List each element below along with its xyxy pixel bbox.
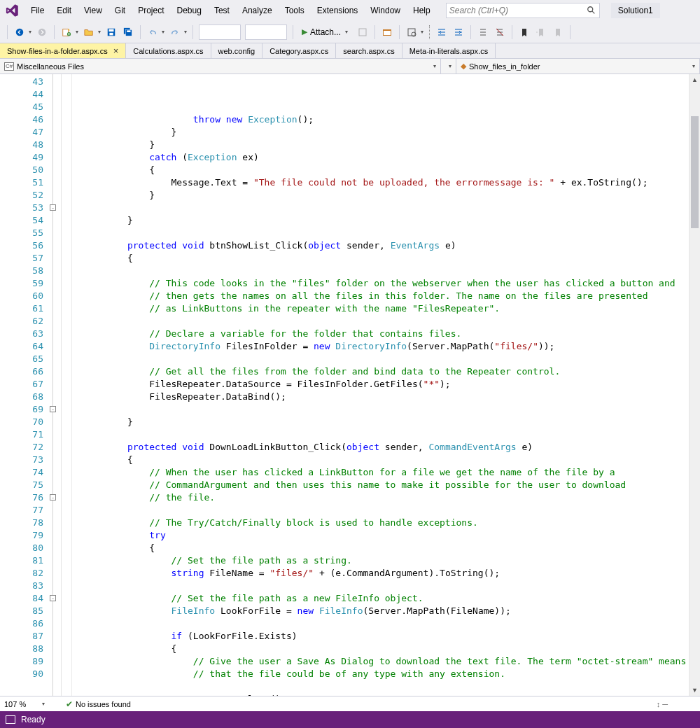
code-line[interactable]: // The Try/Catch/Finally block is used t… xyxy=(62,517,689,529)
browser-link-button[interactable] xyxy=(379,24,395,40)
code-line[interactable]: } xyxy=(62,189,689,202)
menu-file[interactable]: File xyxy=(25,3,50,18)
search-icon[interactable] xyxy=(587,6,596,15)
menu-project[interactable]: Project xyxy=(132,3,169,18)
code-line[interactable]: // then gets the names on all the files … xyxy=(62,290,689,302)
tab[interactable]: Category.aspx.cs xyxy=(262,43,336,58)
scroll-down-icon[interactable]: ▼ xyxy=(690,685,700,696)
code-line[interactable]: { xyxy=(62,542,689,554)
code-line[interactable]: throw new Exception(); xyxy=(62,113,689,126)
next-bookmark-button[interactable] xyxy=(550,24,566,40)
code-line[interactable]: Message.Text = "The file could not be up… xyxy=(62,176,689,189)
prev-bookmark-button[interactable] xyxy=(533,24,549,40)
attach-button[interactable]: ▶ Attach... ▾ xyxy=(298,24,354,40)
code-line[interactable]: protected void DownLoadLinkButton_Click(… xyxy=(62,441,689,454)
zoom-level[interactable]: 107 % xyxy=(4,700,34,708)
platform-combo[interactable] xyxy=(245,24,287,40)
code-line[interactable]: string FileName = "files/" + (e.CommandA… xyxy=(62,567,689,580)
nav-member-dropdown[interactable]: ◆ Show_files_in_folder ▾ xyxy=(456,59,700,74)
tab[interactable]: search.aspx.cs xyxy=(336,43,402,58)
code-line[interactable]: // Set the file path as a string. xyxy=(62,554,689,567)
code-line[interactable]: // Set the file path as a new FileInfo o… xyxy=(62,592,689,605)
close-icon[interactable]: × xyxy=(113,46,119,56)
code-line[interactable]: catch (Exception ex) xyxy=(62,151,689,164)
search-input[interactable] xyxy=(449,6,587,15)
code-line[interactable]: { xyxy=(62,252,689,265)
menu-view[interactable]: View xyxy=(78,3,108,18)
vertical-scrollbar[interactable]: ▲ ▼ xyxy=(689,74,700,696)
fold-toggle[interactable]: - xyxy=(50,204,56,211)
code-line[interactable]: } xyxy=(62,416,689,428)
code-line[interactable]: FileInfo LookForFile = new FileInfo(Serv… xyxy=(62,605,689,617)
menu-git[interactable]: Git xyxy=(109,3,131,18)
code-line[interactable]: } xyxy=(62,139,689,151)
indent-more-button[interactable] xyxy=(451,24,466,40)
code-line[interactable] xyxy=(62,265,689,277)
code-line[interactable]: { xyxy=(62,164,689,176)
outline-margin[interactable]: ---- xyxy=(48,74,62,696)
code-line[interactable]: // Get all the files from the folder and… xyxy=(62,365,689,378)
code-line[interactable] xyxy=(62,403,689,416)
code-line[interactable]: try xyxy=(62,529,689,542)
code-line[interactable]: // as LinkButtons in the repeater with t… xyxy=(62,302,689,315)
tab[interactable]: Calculations.aspx.cs xyxy=(126,43,211,58)
save-button[interactable] xyxy=(104,24,119,40)
fold-toggle[interactable]: - xyxy=(50,406,56,412)
menu-edit[interactable]: Edit xyxy=(51,3,77,18)
menu-window[interactable]: Window xyxy=(365,3,406,18)
code-line[interactable]: // This code looks in the "files" folder… xyxy=(62,277,689,290)
config-combo[interactable] xyxy=(199,24,241,40)
fold-toggle[interactable]: - xyxy=(50,494,56,500)
code-line[interactable]: // Give the user a Save As Dialog to dow… xyxy=(62,655,689,668)
code-line[interactable]: { xyxy=(62,643,689,655)
code-line[interactable]: // the file. xyxy=(62,491,689,504)
undo-button[interactable]: ▾ xyxy=(145,24,166,40)
code-editor[interactable]: 4344454647484950515253545556575859606162… xyxy=(0,74,700,696)
solution-selector[interactable]: Solution1 xyxy=(611,3,660,18)
redo-button[interactable]: ▾ xyxy=(167,24,188,40)
code-line[interactable]: Response.Clear(); xyxy=(62,693,689,696)
comment-button[interactable] xyxy=(475,24,491,40)
menu-analyze[interactable]: Analyze xyxy=(237,3,278,18)
scroll-mode-icon[interactable]: ↕ ─ xyxy=(657,700,668,708)
forward-button[interactable] xyxy=(34,24,50,40)
zoom-caret-icon[interactable]: ▾ xyxy=(41,696,46,712)
code-line[interactable]: // When the user has clicked a LinkButto… xyxy=(62,466,689,479)
back-button[interactable]: ▾ xyxy=(12,24,33,40)
code-line[interactable]: FilesRepeater.DataSource = FilesInFolder… xyxy=(62,378,689,391)
fold-toggle[interactable]: - xyxy=(50,595,56,601)
issues-indicator[interactable]: ✔ No issues found xyxy=(66,699,131,709)
menu-test[interactable]: Test xyxy=(209,3,235,18)
save-all-button[interactable] xyxy=(120,24,136,40)
menu-tools[interactable]: Tools xyxy=(279,3,310,18)
code-line[interactable]: if (LookForFile.Exists) xyxy=(62,630,689,643)
new-item-button[interactable]: ▾ xyxy=(59,24,80,40)
code-line[interactable] xyxy=(62,353,689,365)
bookmark-button[interactable] xyxy=(517,24,532,40)
menu-debug[interactable]: Debug xyxy=(172,3,207,18)
code-line[interactable] xyxy=(62,580,689,592)
code-line[interactable]: protected void btnShowList_Click(object … xyxy=(62,239,689,252)
code-line[interactable]: } xyxy=(62,214,689,227)
code-line[interactable]: DirectoryInfo FilesInFolder = new Direct… xyxy=(62,340,689,353)
menu-help[interactable]: Help xyxy=(407,3,436,18)
scroll-up-icon[interactable]: ▲ xyxy=(690,74,700,85)
tab[interactable]: Show-files-in-a-folder.aspx.cs× xyxy=(0,43,126,58)
uncomment-button[interactable] xyxy=(492,24,507,40)
code-line[interactable] xyxy=(62,202,689,214)
code-line[interactable] xyxy=(62,428,689,441)
debug-target-button[interactable] xyxy=(355,24,370,40)
code-line[interactable]: // that the file could be of any type wi… xyxy=(62,668,689,680)
find-in-files-button[interactable]: ▾ xyxy=(404,24,425,40)
code-line[interactable]: FilesRepeater.DataBind(); xyxy=(62,391,689,403)
code-line[interactable] xyxy=(62,315,689,328)
code-line[interactable] xyxy=(62,227,689,239)
code-line[interactable] xyxy=(62,680,689,693)
code-line[interactable]: } xyxy=(62,126,689,139)
code-line[interactable]: // CommandArgument and then uses this na… xyxy=(62,479,689,491)
nav-empty-dropdown[interactable]: ▾ xyxy=(441,59,456,74)
code-area[interactable]: throw new Exception(); } } catch (Except… xyxy=(62,74,689,696)
code-line[interactable] xyxy=(62,617,689,630)
scroll-thumb[interactable] xyxy=(691,116,699,228)
open-button[interactable]: ▾ xyxy=(81,24,102,40)
